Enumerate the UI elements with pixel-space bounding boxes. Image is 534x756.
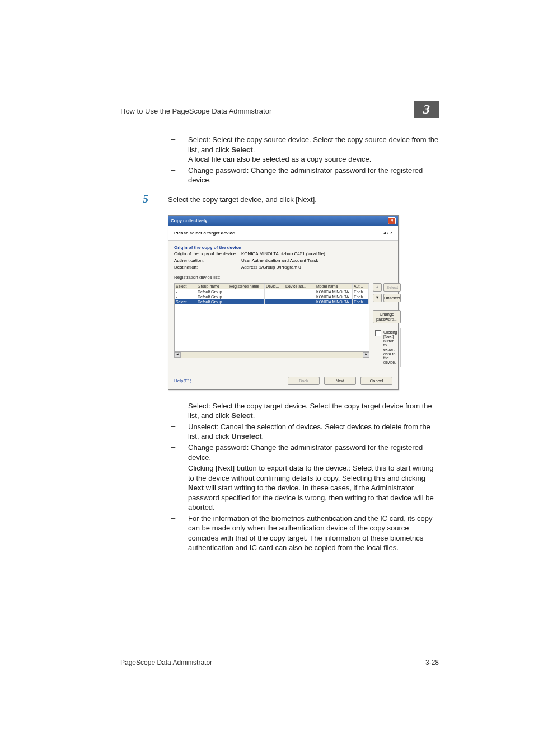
dialog-copy-collectively: Copy collectively × Please select a targ… — [168, 215, 399, 390]
bullet-text: Change password: Change the administrato… — [188, 443, 439, 462]
bullet-text: Change password: Change the administrato… — [188, 166, 439, 185]
info-label: Origin of the copy of the device: — [174, 251, 241, 256]
checkbox-icon[interactable] — [375, 330, 381, 336]
section-origin: Origin of the copy of the device — [174, 245, 392, 250]
bullet-dash: – — [168, 422, 188, 442]
device-table[interactable]: Select Group name Registered name Devic.… — [174, 283, 369, 351]
dialog-title: Copy collectively — [171, 218, 207, 223]
table-row[interactable]: - Default Group KONICA MINOLTA... Enab — [175, 289, 369, 294]
table-row[interactable]: - Default Group KONICA MINOLTA... Enab — [175, 294, 369, 299]
info-label: Authentication: — [174, 258, 241, 263]
info-value: User Authentication and Account Track — [241, 258, 318, 263]
info-value: KONICA MINOLTA bizhub C451 (local file) — [241, 251, 325, 256]
bullet-dash: – — [168, 166, 188, 185]
footer-product: PageScope Data Administrator — [120, 659, 212, 666]
bullet-dash: – — [168, 463, 188, 513]
step-instruction: Select the copy target device, and click… — [168, 193, 439, 205]
bullet-text: For the information of the biometrics au… — [188, 514, 439, 553]
table-scrollbar[interactable]: ◄ ► — [174, 351, 369, 358]
chapter-number-badge: 3 — [414, 101, 439, 118]
select-button[interactable]: Select — [383, 283, 401, 292]
checkbox-label: Clicking [Next] button to export data to… — [383, 330, 399, 365]
move-down-button[interactable]: ▼ — [373, 294, 382, 302]
dialog-instruction: Please select a target device. — [174, 231, 236, 236]
close-icon[interactable]: × — [388, 217, 396, 224]
unselect-button[interactable]: Unselect — [383, 294, 401, 302]
cancel-button[interactable]: Cancel — [360, 377, 392, 385]
move-up-button[interactable]: ▲ — [373, 283, 382, 292]
info-label: Destination: — [174, 265, 241, 270]
wizard-progress: 4 / 7 — [383, 231, 392, 236]
table-header: Select Group name Registered name Devic.… — [175, 284, 369, 289]
footer-page-number: 3-28 — [425, 659, 439, 666]
bullet-dash: – — [168, 443, 188, 462]
bullet-text: Select: Select the copy target device. S… — [188, 401, 439, 421]
step-number: 5 — [120, 193, 168, 205]
table-row-selected[interactable]: Select Default Group KONICA MINOLTA... E… — [175, 299, 369, 304]
bullet-text: Select: Select the copy source device. S… — [188, 135, 439, 165]
running-header: How to Use the PageScope Data Administra… — [120, 107, 271, 115]
list-label: Registration device list: — [174, 275, 220, 280]
scroll-right-icon[interactable]: ► — [363, 352, 369, 358]
bullet-dash: – — [168, 135, 188, 165]
bullet-dash: – — [168, 401, 188, 421]
help-link[interactable]: Help(F1) — [174, 378, 191, 383]
bullet-text: Unselect: Cancel the selection of device… — [188, 422, 439, 442]
next-button[interactable]: Next — [324, 377, 356, 385]
bullet-text: Clicking [Next] button to export data to… — [188, 463, 439, 513]
scroll-left-icon[interactable]: ◄ — [174, 352, 181, 358]
export-checkbox-row[interactable]: Clicking [Next] button to export data to… — [373, 328, 401, 367]
change-password-button[interactable]: Change password... — [373, 310, 401, 323]
info-value: Address 1/Group 0/Program 0 — [241, 265, 301, 270]
back-button[interactable]: Back — [288, 377, 320, 385]
bullet-dash: – — [168, 514, 188, 553]
